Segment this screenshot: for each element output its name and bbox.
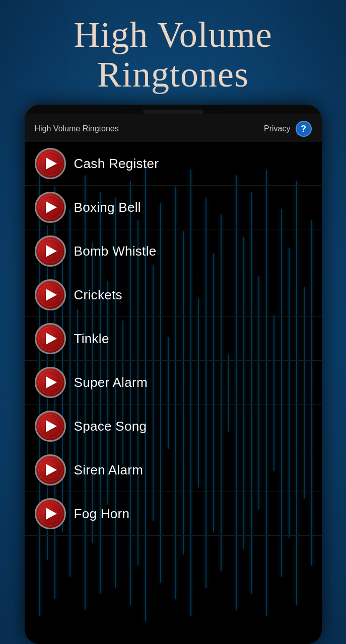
ringtone-name: Space Song [74, 419, 147, 434]
ringtone-item[interactable]: Crickets [25, 273, 322, 317]
phone-header: High Volume Ringtones Privacy ? [25, 114, 322, 142]
ringtone-name: Tinkle [74, 331, 109, 347]
ringtone-item[interactable]: Siren Alarm [25, 448, 322, 492]
ringtone-name: Super Alarm [74, 375, 148, 390]
ringtone-item[interactable]: Space Song [25, 405, 322, 448]
privacy-link[interactable]: Privacy [264, 124, 290, 133]
play-button[interactable] [35, 411, 66, 442]
ringtone-name: Siren Alarm [74, 462, 144, 478]
play-button[interactable] [35, 192, 66, 223]
play-button[interactable] [35, 323, 66, 354]
ringtone-name: Crickets [74, 287, 122, 303]
ringtone-item[interactable]: Bomb Whistle [25, 229, 322, 273]
header-right: Privacy ? [264, 121, 311, 137]
ringtone-list: Cash RegisterBoxing BellBomb WhistleCric… [25, 142, 322, 644]
ringtone-item[interactable]: Cash Register [25, 142, 322, 186]
ringtone-item[interactable]: Super Alarm [25, 361, 322, 405]
play-button[interactable] [35, 235, 66, 267]
play-button[interactable] [35, 454, 66, 486]
phone-notch [143, 110, 203, 114]
app-name-label: High Volume Ringtones [35, 124, 119, 133]
ringtone-item[interactable]: Tinkle [25, 317, 322, 361]
play-button[interactable] [35, 498, 66, 529]
ringtone-item[interactable]: Fog Horn [25, 492, 322, 536]
play-button[interactable] [35, 148, 66, 179]
phone-frame: High Volume Ringtones Privacy ? [25, 105, 322, 644]
help-button[interactable]: ? [296, 121, 312, 137]
ringtone-name: Cash Register [74, 156, 159, 172]
app-title: High Volume Ringtones [53, 0, 292, 105]
ringtone-item[interactable]: Boxing Bell [25, 186, 322, 229]
play-button[interactable] [35, 367, 66, 398]
play-button[interactable] [35, 279, 66, 310]
ringtone-name: Boxing Bell [74, 200, 141, 215]
ringtone-name: Fog Horn [74, 506, 130, 522]
list-items: Cash RegisterBoxing BellBomb WhistleCric… [25, 142, 322, 536]
ringtone-name: Bomb Whistle [74, 244, 157, 259]
